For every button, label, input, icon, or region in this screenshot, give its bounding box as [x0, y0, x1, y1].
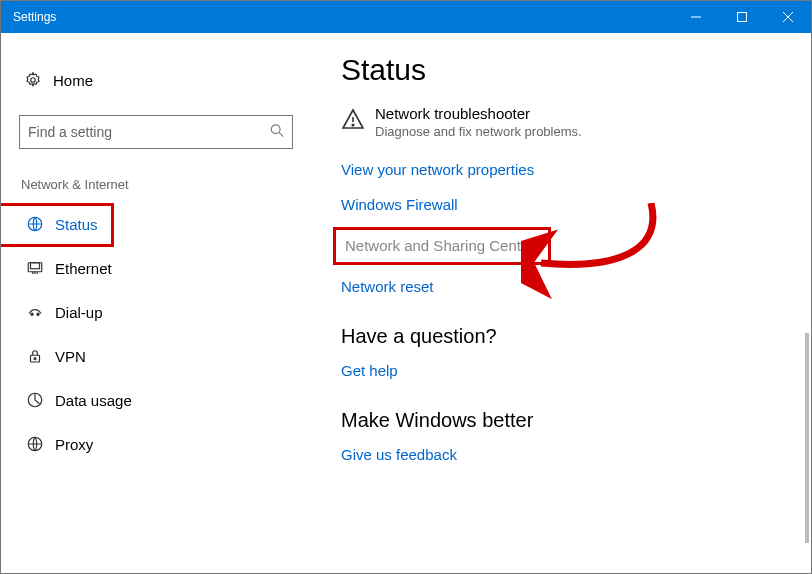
- troubleshooter-title: Network troubleshooter: [375, 105, 582, 122]
- svg-point-4: [31, 78, 36, 83]
- heading-have-question: Have a question?: [341, 325, 781, 348]
- scrollbar[interactable]: [797, 33, 811, 573]
- sidebar-item-status[interactable]: Status: [19, 202, 293, 246]
- svg-rect-1: [738, 13, 747, 22]
- heading-make-windows-better: Make Windows better: [341, 409, 781, 432]
- link-give-feedback[interactable]: Give us feedback: [341, 446, 781, 463]
- warning-icon: [341, 107, 365, 134]
- svg-rect-15: [31, 355, 40, 362]
- scrollbar-thumb[interactable]: [805, 333, 809, 543]
- home-button[interactable]: Home: [19, 59, 293, 101]
- sidebar-item-label: VPN: [55, 348, 86, 365]
- sidebar-item-label: Dial-up: [55, 304, 103, 321]
- link-get-help[interactable]: Get help: [341, 362, 781, 379]
- sidebar-item-label: Status: [55, 216, 98, 233]
- svg-rect-9: [31, 263, 40, 269]
- annotation-arrow: [521, 203, 681, 323]
- page-title: Status: [341, 53, 781, 87]
- gear-icon: [19, 71, 47, 89]
- link-network-reset[interactable]: Network reset: [341, 278, 781, 295]
- sidebar-item-ethernet[interactable]: Ethernet: [19, 246, 293, 290]
- network-troubleshooter[interactable]: Network troubleshooter Diagnose and fix …: [341, 105, 781, 139]
- sidebar-item-label: Data usage: [55, 392, 132, 409]
- sidebar-category: Network & Internet: [19, 177, 293, 192]
- sidebar-item-label: Proxy: [55, 436, 93, 453]
- svg-point-16: [34, 358, 36, 360]
- window-titlebar: Settings: [1, 1, 811, 33]
- svg-point-5: [271, 125, 280, 134]
- link-view-properties[interactable]: View your network properties: [341, 161, 781, 178]
- sidebar-item-datausage[interactable]: Data usage: [19, 378, 293, 422]
- status-icon: [21, 215, 49, 233]
- window-controls: [673, 1, 811, 33]
- sidebar-item-dialup[interactable]: Dial-up: [19, 290, 293, 334]
- proxy-icon: [21, 435, 49, 453]
- main-panel: Status Network troubleshooter Diagnose a…: [311, 33, 811, 573]
- close-button[interactable]: [765, 1, 811, 33]
- svg-point-13: [31, 313, 33, 315]
- dialup-icon: [21, 303, 49, 321]
- search-placeholder: Find a setting: [28, 124, 112, 140]
- ethernet-icon: [21, 259, 49, 277]
- link-windows-firewall[interactable]: Windows Firewall: [341, 196, 781, 213]
- troubleshooter-subtitle: Diagnose and fix network problems.: [375, 124, 582, 139]
- search-icon: [270, 124, 284, 141]
- datausage-icon: [21, 391, 49, 409]
- search-input[interactable]: Find a setting: [19, 115, 293, 149]
- maximize-button[interactable]: [719, 1, 765, 33]
- vpn-icon: [21, 347, 49, 365]
- link-sharing-center[interactable]: Network and Sharing Center: [341, 231, 538, 260]
- sidebar-item-vpn[interactable]: VPN: [19, 334, 293, 378]
- minimize-button[interactable]: [673, 1, 719, 33]
- svg-point-14: [37, 313, 39, 315]
- svg-line-6: [279, 133, 283, 137]
- sidebar-item-proxy[interactable]: Proxy: [19, 422, 293, 466]
- home-label: Home: [53, 72, 93, 89]
- window-title: Settings: [13, 10, 56, 24]
- svg-point-20: [352, 124, 354, 126]
- sidebar: Home Find a setting Network & Internet S…: [1, 33, 311, 573]
- sidebar-item-label: Ethernet: [55, 260, 112, 277]
